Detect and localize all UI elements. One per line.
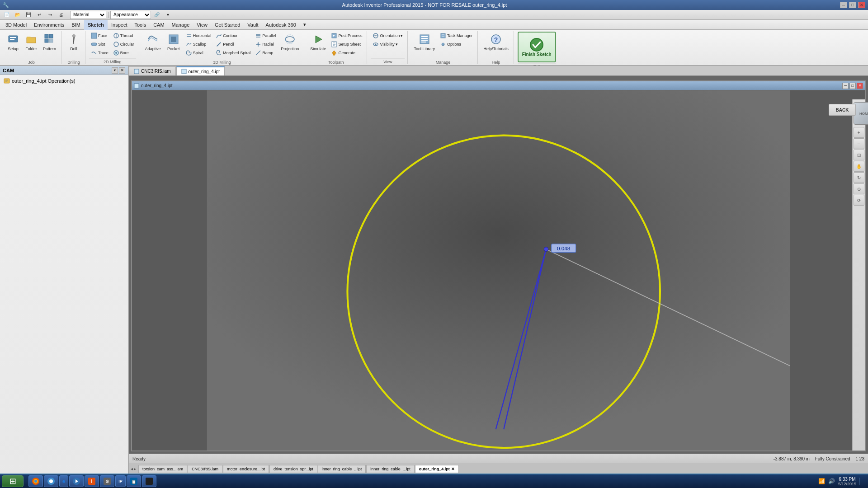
menu-3dmodel[interactable]: 3D Model bbox=[2, 20, 30, 30]
maximize-button[interactable]: □ bbox=[849, 2, 856, 8]
taskbar-settings[interactable]: ⚙ bbox=[100, 475, 114, 487]
rotate-button[interactable]: ↻ bbox=[854, 172, 864, 183]
bottom-tab-torsion-cam[interactable]: torsion_cam_ass...iam bbox=[138, 465, 187, 473]
ribbon-btn-folder[interactable]: Folder bbox=[23, 32, 40, 58]
ribbon-btn-morphed-spiral[interactable]: Morphed Spiral bbox=[214, 49, 252, 57]
taskbar-app1[interactable]: 📋 bbox=[127, 475, 141, 487]
bottom-tab-cnc3iris[interactable]: CNC3IRIS.iam bbox=[188, 465, 222, 473]
menu-vault[interactable]: Vault bbox=[244, 20, 262, 30]
menu-tools[interactable]: Tools bbox=[131, 20, 150, 30]
menu-bim[interactable]: BIM bbox=[68, 20, 84, 30]
menu-cam[interactable]: CAM bbox=[150, 20, 168, 30]
doc-tab-outer-ring[interactable]: outer_ring_4.ipt bbox=[176, 66, 225, 75]
fit-view-button[interactable]: ⊡ bbox=[854, 150, 864, 160]
doc-tab-cnc3iris[interactable]: CNC3IRIS.iam bbox=[129, 66, 176, 75]
ribbon-btn-horizontal[interactable]: Horizontal bbox=[184, 32, 213, 40]
menu-view[interactable]: View bbox=[193, 20, 211, 30]
back-button[interactable]: BACK bbox=[829, 104, 856, 116]
ribbon-btn-radial[interactable]: Radial bbox=[253, 40, 278, 48]
qa-settings-button[interactable]: 🔗 bbox=[152, 11, 162, 19]
ribbon-btn-slot[interactable]: Slot bbox=[89, 40, 110, 48]
systray-network[interactable]: 📶 bbox=[818, 478, 826, 485]
inner-close-button[interactable]: ✕ bbox=[857, 83, 863, 89]
taskbar-app2[interactable] bbox=[142, 475, 156, 487]
ribbon-btn-visibility[interactable]: Visibility ▾ bbox=[371, 40, 405, 48]
ribbon-btn-pocket[interactable]: Pocket bbox=[164, 32, 183, 58]
menu-more[interactable]: ▾ bbox=[300, 20, 310, 30]
systray-volume[interactable]: 🔊 bbox=[828, 478, 835, 485]
ribbon-btn-spiral[interactable]: Spiral bbox=[184, 49, 213, 57]
ribbon-btn-generate[interactable]: Generate bbox=[329, 49, 364, 57]
qa-print-button[interactable]: 🖨 bbox=[56, 11, 66, 19]
taskbar-chrome[interactable] bbox=[44, 475, 58, 487]
bottom-tab-motor-enclosure[interactable]: motor_enclosure...ipt bbox=[223, 465, 269, 473]
bottom-tab-inner-ring-cable2[interactable]: inner_ring_cable_...ipt bbox=[366, 465, 415, 473]
bottom-tab-drive-tension[interactable]: drive_tension_spr...ipt bbox=[269, 465, 317, 473]
ribbon-btn-ramp[interactable]: Ramp bbox=[253, 49, 278, 57]
ribbon-btn-bore[interactable]: Bore bbox=[111, 49, 136, 57]
ribbon-btn-scallop[interactable]: Scallop bbox=[184, 40, 213, 48]
qa-redo-button[interactable]: ↪ bbox=[45, 11, 55, 19]
ribbon-btn-post-process[interactable]: Post Process bbox=[329, 32, 364, 40]
ribbon-btn-contour[interactable]: Contour bbox=[214, 32, 252, 40]
material-dropdown[interactable]: Material bbox=[70, 11, 106, 19]
ribbon-btn-setup[interactable]: Setup bbox=[5, 32, 22, 58]
taskbar-ipy[interactable]: IP bbox=[115, 475, 126, 487]
menu-getstarted[interactable]: Get Started bbox=[211, 20, 244, 30]
appearance-dropdown[interactable]: Appearance bbox=[110, 11, 151, 19]
bottom-tabs-scroll-right[interactable]: ▸ bbox=[134, 466, 136, 471]
tree-item-outer-ring[interactable]: outer_ring_4.ipt Operation(s) bbox=[2, 77, 126, 85]
menu-autodesk360[interactable]: Autodesk 360 bbox=[262, 20, 300, 30]
panel-close-button[interactable]: ✕ bbox=[119, 67, 125, 74]
taskbar-inventor[interactable]: I bbox=[85, 475, 99, 487]
ribbon-btn-pattern[interactable]: Pattern bbox=[41, 32, 58, 58]
look-at-button[interactable]: ⊙ bbox=[854, 183, 864, 194]
menu-environments[interactable]: Environments bbox=[30, 20, 68, 30]
ribbon-btn-options[interactable]: Options bbox=[438, 40, 475, 48]
qa-new-button[interactable]: 📄 bbox=[2, 11, 12, 19]
orbit-button[interactable]: ⟳ bbox=[854, 195, 864, 206]
panel-expand-button[interactable]: ▾ bbox=[112, 67, 118, 74]
inner-minimize-button[interactable]: ─ bbox=[842, 83, 849, 89]
menu-manage[interactable]: Manage bbox=[168, 20, 193, 30]
ribbon-btn-circular[interactable]: Circular bbox=[111, 40, 136, 48]
ribbon-btn-thread[interactable]: Thread bbox=[111, 32, 136, 40]
start-button[interactable]: ⊞ bbox=[2, 475, 24, 487]
ribbon-btn-parallel[interactable]: Parallel bbox=[253, 32, 278, 40]
qa-undo-button[interactable]: ↩ bbox=[34, 11, 44, 19]
pan-button[interactable]: ✋ bbox=[854, 161, 864, 172]
qa-save-button[interactable]: 💾 bbox=[24, 11, 33, 19]
status-bar: Ready -3.887 in, 8.390 in Fully Constrai… bbox=[129, 454, 868, 464]
ribbon-btn-pencil[interactable]: Pencil bbox=[214, 40, 252, 48]
qa-open-button[interactable]: 📂 bbox=[13, 11, 23, 19]
ribbon-btn-setup-sheet[interactable]: Setup Sheet bbox=[329, 40, 364, 48]
zoom-out-button[interactable]: − bbox=[854, 138, 864, 149]
ribbon-btn-orientation[interactable]: Orientation ▾ bbox=[371, 32, 405, 40]
ribbon-btn-help-tutorials[interactable]: ? Help/Tutorials bbox=[481, 32, 511, 58]
taskbar-media[interactable] bbox=[69, 475, 84, 487]
ribbon-btn-adaptive[interactable]: Adaptive bbox=[143, 32, 163, 58]
inner-maximize-button[interactable]: □ bbox=[849, 83, 856, 89]
canvas[interactable]: 0.048 BACK HOME + − ⊡ ✋ ↻ bbox=[132, 90, 865, 450]
ribbon-btn-trace[interactable]: Trace bbox=[89, 49, 110, 57]
qa-more-button[interactable]: ▾ bbox=[163, 11, 173, 19]
ribbon-btn-tool-library[interactable]: Tool Library bbox=[411, 32, 437, 58]
systray-show-desktop[interactable] bbox=[859, 478, 866, 485]
menu-sketch[interactable]: Sketch bbox=[84, 20, 108, 30]
ribbon-btn-projection[interactable]: Projection bbox=[278, 32, 301, 58]
ribbon-btn-face[interactable]: Face bbox=[89, 32, 110, 40]
bottom-tabs-scroll-left[interactable]: ◂ bbox=[131, 466, 133, 471]
ribbon-btn-task-manager[interactable]: Task Manager bbox=[438, 32, 475, 40]
taskbar-ie[interactable]: e bbox=[59, 475, 68, 487]
ribbon-btn-drill[interactable]: Drill bbox=[65, 32, 82, 58]
zoom-in-button[interactable]: + bbox=[854, 127, 864, 138]
minimize-button[interactable]: ─ bbox=[840, 2, 847, 8]
bottom-tab-outer-ring[interactable]: outer_ring_4.ipt ✕ bbox=[415, 465, 459, 473]
finish-sketch-button[interactable]: Finish Sketch bbox=[518, 32, 556, 62]
taskbar-firefox[interactable] bbox=[28, 475, 43, 487]
close-button[interactable]: ✕ bbox=[858, 2, 865, 8]
menu-inspect[interactable]: Inspect bbox=[108, 20, 131, 30]
bottom-tab-inner-ring-cable1[interactable]: inner_ring_cable_...ipt bbox=[318, 465, 366, 473]
ribbon-btn-simulate[interactable]: Simulate bbox=[308, 32, 328, 58]
clock[interactable]: 6:33 PM 5/12/2015 bbox=[838, 477, 856, 486]
